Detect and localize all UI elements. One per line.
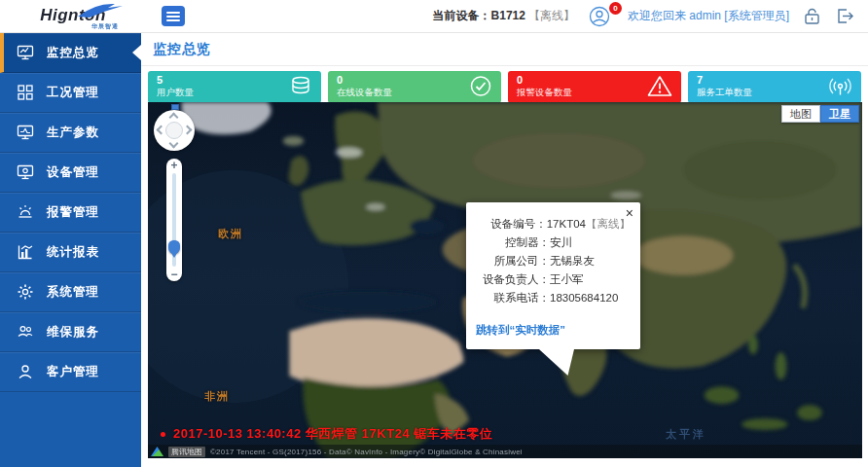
gear-icon bbox=[16, 282, 35, 302]
popup-row-phone: 联系电话： 18305684120 bbox=[476, 289, 631, 307]
alert-bullet-icon bbox=[161, 432, 165, 437]
device-status: 【离线】 bbox=[528, 9, 575, 22]
popup-row-company: 所属公司： 无锡泉友 bbox=[476, 252, 631, 270]
sidebar-item-maintenance[interactable]: 维保服务 bbox=[0, 312, 141, 352]
popup-row-owner: 设备负责人： 王小军 bbox=[476, 270, 631, 289]
popup-row-controller: 控制器： 安川 bbox=[476, 234, 631, 252]
card-user-count[interactable]: 5 用户数量 bbox=[148, 71, 321, 103]
realtime-data-link[interactable]: 跳转到“实时数据” bbox=[476, 323, 631, 338]
alarm-icon bbox=[16, 202, 35, 222]
card-alarm-devices[interactable]: 0 报警设备数量 bbox=[508, 71, 681, 103]
stat-cards-row: 5 用户数量 0 在线设备数量 0 报警设备数量 7 服务工单数量 bbox=[141, 66, 868, 107]
welcome-text: 欢迎您回来 admin [系统管理员] bbox=[628, 8, 789, 24]
zoom-in-button[interactable]: + bbox=[170, 159, 177, 172]
zoom-track[interactable] bbox=[172, 173, 176, 267]
sidebar-item-alarm-mgmt[interactable]: 报警管理 bbox=[0, 193, 141, 233]
layer-button-map[interactable]: 地图 bbox=[781, 105, 820, 123]
device-info-popup: × 设备编号： 17KT04 【离线】 控制器： 安川 所属公司： 无锡泉友 设… bbox=[466, 202, 640, 349]
sidebar-item-production-params[interactable]: 生产参数 bbox=[0, 113, 141, 153]
alert-text: 2017-10-13 13:40:42 华西焊管 17KT24 锯车未在零位 bbox=[173, 425, 492, 443]
signal-broadcast-icon bbox=[828, 74, 852, 100]
sidebar-item-system-mgmt[interactable]: 系统管理 bbox=[0, 272, 141, 312]
card-work-orders[interactable]: 7 服务工单数量 bbox=[688, 71, 861, 103]
tencent-map-label: 腾讯地图 bbox=[168, 447, 205, 457]
people-icon bbox=[16, 322, 35, 341]
sidebar-item-condition-mgmt[interactable]: 工况管理 bbox=[0, 73, 141, 113]
database-icon bbox=[289, 75, 312, 99]
lock-icon bbox=[803, 7, 821, 25]
lock-screen-button[interactable] bbox=[803, 7, 821, 25]
map-label-africa: 非洲 bbox=[204, 389, 230, 404]
world-map[interactable]: 欧洲 非洲 中 国 太平洋 + − 地图 卫星 × 设备编号： bbox=[148, 102, 862, 458]
card-online-devices[interactable]: 0 在线设备数量 bbox=[328, 71, 501, 103]
check-circle-icon bbox=[469, 74, 492, 100]
attribution-text: ©2017 Tencent - GS(2017)156 - Data© NavI… bbox=[210, 448, 523, 456]
warning-triangle-icon bbox=[647, 75, 672, 100]
sidebar-item-customer-mgmt[interactable]: 客户管理 bbox=[0, 352, 141, 392]
device-monitor-icon bbox=[16, 162, 35, 182]
sidebar-nav: 监控总览 工况管理 生产参数 设备管理 报警管理 统计报表 系统管理 bbox=[0, 33, 141, 467]
map-locate-button[interactable] bbox=[171, 104, 179, 110]
map-attribution: 腾讯地图 ©2017 Tencent - GS(2017)156 - Data©… bbox=[148, 445, 862, 458]
logo-subtext: 华辰智通 bbox=[91, 22, 119, 31]
logo-swoosh-icon bbox=[76, 1, 127, 18]
pan-up-icon[interactable] bbox=[169, 113, 179, 123]
user-messages-button[interactable]: 0 bbox=[589, 6, 614, 27]
app-logo: Hignton 华辰智通 bbox=[0, 2, 146, 31]
alarm-ticker: 2017-10-13 13:40:42 华西焊管 17KT24 锯车未在零位 bbox=[161, 425, 492, 443]
top-header: Hignton 华辰智通 当前设备：B1712【离线】 0 欢迎您回来 admi… bbox=[0, 0, 868, 33]
sidebar-item-statistics[interactable]: 统计报表 bbox=[0, 233, 141, 272]
map-zoom-slider[interactable]: + − bbox=[166, 159, 182, 281]
menu-toggle-button[interactable] bbox=[162, 6, 185, 26]
chart-icon bbox=[16, 242, 35, 262]
logout-button[interactable] bbox=[835, 7, 854, 25]
zoom-thumb[interactable] bbox=[168, 240, 180, 254]
popup-tail bbox=[539, 349, 574, 376]
map-label-pacific: 太平洋 bbox=[666, 427, 706, 442]
map-layer-switch: 地图 卫星 bbox=[781, 105, 859, 123]
zoom-out-button[interactable]: − bbox=[170, 268, 177, 281]
map-label-europe: 欧洲 bbox=[218, 227, 243, 241]
user-icon bbox=[589, 6, 610, 27]
close-icon[interactable]: × bbox=[626, 206, 633, 220]
popup-row-device-id: 设备编号： 17KT04 【离线】 bbox=[476, 215, 631, 234]
production-monitor-icon bbox=[16, 123, 35, 142]
sidebar-item-device-mgmt[interactable]: 设备管理 bbox=[0, 153, 141, 193]
logout-icon bbox=[835, 7, 854, 25]
main-content: 监控总览 5 用户数量 0 在线设备数量 0 报警设备数量 7 服务工单数量 bbox=[141, 33, 868, 467]
person-icon bbox=[16, 362, 35, 381]
page-title: 监控总览 bbox=[141, 33, 868, 66]
pan-down-icon[interactable] bbox=[169, 139, 179, 149]
pan-right-icon[interactable] bbox=[183, 126, 193, 135]
pan-left-icon[interactable] bbox=[157, 126, 166, 135]
current-device-label: 当前设备：B1712【离线】 bbox=[433, 8, 575, 24]
message-count-badge: 0 bbox=[609, 2, 622, 15]
tencent-logo-icon bbox=[151, 447, 163, 456]
sidebar-item-monitor-overview[interactable]: 监控总览 bbox=[0, 33, 141, 73]
map-pan-control[interactable] bbox=[154, 110, 195, 151]
monitor-overview-icon bbox=[16, 43, 35, 62]
layer-button-satellite[interactable]: 卫星 bbox=[820, 105, 859, 123]
grid-icon bbox=[16, 83, 35, 102]
